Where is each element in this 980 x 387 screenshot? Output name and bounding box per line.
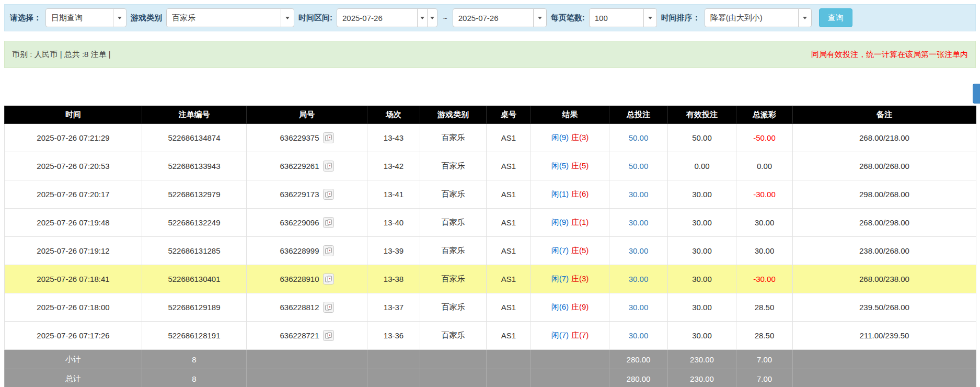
cell-remark: 239.50/268.00 <box>793 293 976 322</box>
cell-time: 2025-07-26 07:21:29 <box>5 124 142 152</box>
grand-total-payout: 7.00 <box>736 369 793 387</box>
game-category-caret-button[interactable] <box>281 8 294 27</box>
date-from-control[interactable] <box>337 8 437 27</box>
chevron-down-icon <box>538 17 542 19</box>
cell-time: 2025-07-26 07:19:12 <box>5 237 142 265</box>
cell-round: 636229261 <box>247 152 367 180</box>
cell-time: 2025-07-26 07:19:48 <box>5 209 142 237</box>
time-sort-value[interactable]: 降幂(由大到小) <box>705 8 799 27</box>
date-to-control[interactable] <box>453 8 547 27</box>
date-to-input[interactable] <box>453 8 534 27</box>
total-bet-link[interactable]: 50.00 <box>629 162 649 170</box>
subtotal-total-bet: 280.00 <box>609 350 668 369</box>
cell-result: 闲(1)庄(6) <box>531 180 609 209</box>
cell-result: 闲(7)庄(3) <box>531 265 609 293</box>
table-row: 2025-07-26 07:18:00 522686129189 6362288… <box>5 293 976 322</box>
table-row: 2025-07-26 07:20:53 522686133943 6362292… <box>5 152 976 180</box>
date-from-picker-button[interactable] <box>427 8 437 27</box>
query-type-value[interactable]: 日期查询 <box>45 8 113 27</box>
summary-empty-cell <box>793 369 976 387</box>
game-category-value[interactable]: 百家乐 <box>166 8 281 27</box>
chevron-down-icon <box>118 17 122 19</box>
page-size-caret-button[interactable] <box>643 8 657 27</box>
game-category-select[interactable]: 百家乐 <box>166 8 294 27</box>
replay-icon[interactable] <box>323 274 334 284</box>
subtotal-label: 小计 <box>5 350 142 369</box>
filter-bar: 请选择： 日期查询 游戏类别 百家乐 时间区间: ~ 每页笔数: 时间排序： 降… <box>4 4 976 31</box>
query-type-caret-button[interactable] <box>113 8 126 27</box>
time-sort-select[interactable]: 降幂(由大到小) <box>705 8 812 27</box>
total-bet-link[interactable]: 30.00 <box>629 303 649 312</box>
subtotal-row: 小计 8 280.00 230.00 7.00 <box>5 350 976 369</box>
replay-icon[interactable] <box>323 161 334 172</box>
result-banker: 庄(9) <box>571 302 589 311</box>
result-banker: 庄(7) <box>571 331 589 339</box>
cell-valid-bet: 30.00 <box>668 237 736 265</box>
cell-game-category: 百家乐 <box>420 322 487 350</box>
date-from-caret-button[interactable] <box>417 8 428 27</box>
replay-icon[interactable] <box>323 217 334 228</box>
cell-valid-bet: 30.00 <box>668 293 736 322</box>
page-size-control[interactable] <box>589 8 657 27</box>
total-bet-link[interactable]: 30.00 <box>629 246 649 255</box>
cell-valid-bet: 30.00 <box>668 265 736 293</box>
cell-total-bet: 30.00 <box>609 237 668 265</box>
cell-bet-id: 522686134874 <box>142 124 247 152</box>
round-number: 636228721 <box>280 331 319 340</box>
summary-empty-cell <box>487 369 531 387</box>
round-number: 636229173 <box>280 190 319 199</box>
replay-icon[interactable] <box>323 302 334 313</box>
currency-summary: 币别 : 人民币 | 总共 :8 注单 | <box>12 50 111 60</box>
total-bet-link[interactable]: 30.00 <box>629 190 649 199</box>
cell-game-category: 百家乐 <box>420 124 487 152</box>
total-bet-link[interactable]: 30.00 <box>629 275 649 283</box>
summary-empty-cell <box>420 350 487 369</box>
cell-time: 2025-07-26 07:17:26 <box>5 322 142 350</box>
cell-result: 闲(7)庄(5) <box>531 237 609 265</box>
cell-result: 闲(6)庄(9) <box>531 293 609 322</box>
query-type-select[interactable]: 日期查询 <box>45 8 126 27</box>
cell-time: 2025-07-26 07:18:41 <box>5 265 142 293</box>
total-bet-link[interactable]: 30.00 <box>629 331 649 340</box>
cell-game-category: 百家乐 <box>420 237 487 265</box>
info-bar: 币别 : 人民币 | 总共 :8 注单 | 同局有效投注，统一计算在该局第一张注… <box>4 41 976 68</box>
result-banker: 庄(3) <box>571 133 589 142</box>
replay-icon[interactable] <box>323 189 334 200</box>
cell-payout: 28.50 <box>736 322 793 350</box>
search-button[interactable]: 查询 <box>819 8 852 27</box>
cell-total-bet: 30.00 <box>609 293 668 322</box>
cell-remark: 268.00/218.00 <box>793 124 976 152</box>
date-to-caret-button[interactable] <box>533 8 547 27</box>
total-bet-link[interactable]: 30.00 <box>629 218 649 227</box>
cell-round: 636228812 <box>247 293 367 322</box>
cell-bet-id: 522686132979 <box>142 180 247 209</box>
result-player: 闲(1) <box>551 189 569 198</box>
cell-time: 2025-07-26 07:20:53 <box>5 152 142 180</box>
chevron-down-icon <box>430 17 434 19</box>
subtotal-payout: 7.00 <box>736 350 793 369</box>
cell-round: 636229096 <box>247 209 367 237</box>
partial-action-button[interactable] <box>973 84 980 104</box>
summary-empty-cell <box>247 369 367 387</box>
cell-round: 636228910 <box>247 265 367 293</box>
cell-session: 13-42 <box>367 152 420 180</box>
cell-round: 636228999 <box>247 237 367 265</box>
header-total-bet: 总投注 <box>609 106 668 124</box>
cell-time: 2025-07-26 07:18:00 <box>5 293 142 322</box>
replay-icon[interactable] <box>323 330 334 341</box>
replay-icon[interactable] <box>323 245 334 256</box>
round-number: 636229375 <box>280 133 319 142</box>
date-from-input[interactable] <box>337 8 418 27</box>
table-row: 2025-07-26 07:21:29 522686134874 6362293… <box>5 124 976 152</box>
chevron-down-icon <box>420 17 424 19</box>
total-bet-link[interactable]: 50.00 <box>629 133 649 142</box>
page-size-input[interactable] <box>589 8 644 27</box>
grand-total-count: 8 <box>142 369 247 387</box>
cell-remark: 268.00/298.00 <box>793 209 976 237</box>
time-sort-caret-button[interactable] <box>798 8 812 27</box>
cell-session: 13-37 <box>367 293 420 322</box>
cell-table-no: AS1 <box>487 293 531 322</box>
replay-icon[interactable] <box>323 132 334 143</box>
cell-remark: 211.00/239.50 <box>793 322 976 350</box>
cell-game-category: 百家乐 <box>420 293 487 322</box>
